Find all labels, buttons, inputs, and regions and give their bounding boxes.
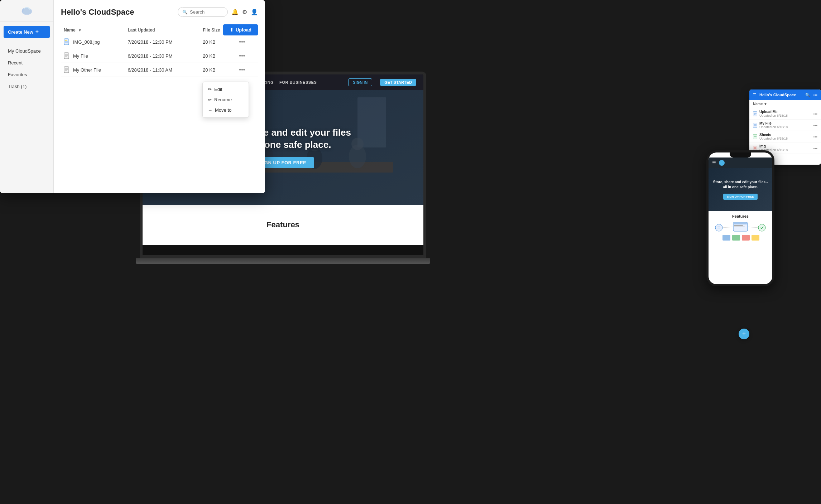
col-header-name[interactable]: Name ▼: [61, 25, 125, 35]
context-menu-rename[interactable]: ✏ Rename: [203, 94, 249, 105]
tablet-header-icons: 🔍 •••: [805, 93, 817, 97]
fab-add-button[interactable]: +: [739, 329, 749, 339]
rename-icon: ✏: [208, 97, 212, 102]
features-diagram: [711, 220, 769, 242]
sidebar-nav: My CloudSpace Recent Favorites Trash (1): [0, 42, 53, 95]
phone-features: Features: [709, 211, 772, 246]
search-box[interactable]: 🔍: [178, 7, 228, 17]
tablet-file-info: Upload Me Updated on 6/18/18: [759, 110, 811, 117]
get-started-button[interactable]: GET STARTED: [380, 79, 416, 86]
svg-rect-44: [734, 223, 747, 224]
search-input[interactable]: [190, 9, 223, 15]
tablet-file-menu-btn[interactable]: •••: [813, 112, 817, 116]
main-content-area: Hello's CloudSpace 🔍 🔔 ⚙ 👤 ⬆ Upload: [54, 0, 265, 193]
upload-icon: ⬆: [230, 27, 234, 33]
search-icon-tablet[interactable]: 🔍: [805, 93, 810, 97]
phone-nav: ☰: [709, 158, 772, 168]
svg-point-50: [758, 224, 765, 231]
sidebar-logo-area: [0, 0, 53, 21]
sidebar: Create New + My CloudSpace Recent Favori…: [0, 0, 54, 193]
svg-rect-42: [754, 147, 756, 149]
gear-icon[interactable]: ⚙: [242, 9, 247, 15]
tablet-file-info: Sheets Updated on 6/18/18: [759, 133, 811, 140]
svg-rect-54: [732, 235, 740, 241]
tablet-file-icon-blue-2: [753, 123, 757, 128]
file-menu-button[interactable]: •••: [237, 38, 247, 46]
tablet-file-menu-btn[interactable]: •••: [813, 123, 817, 127]
phone-hero-content: Store, share and edit your files - all i…: [712, 180, 769, 200]
cloud-logo-icon: [20, 4, 33, 17]
file-name-cell: My Other File: [61, 63, 125, 77]
file-size-cell: 20 KB: [200, 35, 234, 49]
context-menu-edit[interactable]: ✏ Edit: [203, 84, 249, 94]
table-row: IMG_008.jpg 7/28/2018 - 12:30 PM 20 KB •…: [61, 35, 258, 49]
phone-cta-button[interactable]: SIGN UP FOR FREE: [723, 194, 757, 200]
svg-point-6: [65, 40, 67, 41]
main-header: Hello's CloudSpace 🔍 🔔 ⚙ 👤: [61, 7, 258, 17]
phone-mockup: ☰ Store, share and edit your files - all…: [706, 150, 774, 286]
phone-hero-title: Store, share and edit your files - all i…: [712, 180, 769, 190]
tablet-file-info: My File Updated on 6/18/18: [759, 121, 811, 129]
file-name-cell: My File: [61, 49, 125, 63]
doc-file-icon-2: [64, 66, 70, 73]
header-right: 🔍 🔔 ⚙ 👤: [178, 7, 258, 17]
doc-file-icon: [64, 52, 70, 59]
svg-point-47: [715, 224, 722, 231]
tablet-file-menu-btn[interactable]: •••: [813, 135, 817, 139]
tablet-col-headers: Name ▼: [749, 100, 821, 108]
file-date-cell: 6/28/2018 - 11:30 AM: [125, 63, 200, 77]
more-icon-tablet[interactable]: •••: [813, 93, 817, 97]
tablet-file-row: My File Updated on 6/18/18 •••: [749, 120, 821, 131]
tablet-file-menu-btn[interactable]: •••: [813, 146, 817, 150]
file-menu-button[interactable]: •••: [237, 52, 247, 60]
bell-icon[interactable]: 🔔: [231, 9, 239, 15]
file-name-cell: IMG_008.jpg: [61, 35, 125, 49]
phone-screen: ☰ Store, share and edit your files - all…: [709, 152, 772, 284]
sidebar-item-my-cloudspace[interactable]: My CloudSpace: [2, 45, 51, 57]
phone-logo-icon: [719, 160, 725, 166]
tablet-header: ☰ Hello's CloudSpace 🔍 •••: [749, 89, 821, 100]
desktop-app-panel: Create New + My CloudSpace Recent Favori…: [0, 0, 265, 193]
svg-rect-55: [742, 235, 750, 241]
sidebar-item-recent[interactable]: Recent: [2, 57, 51, 68]
sidebar-item-trash[interactable]: Trash (1): [2, 81, 51, 92]
hamburger-icon: ☰: [753, 93, 757, 97]
create-new-label: Create New: [8, 29, 33, 35]
svg-rect-45: [734, 225, 743, 226]
tablet-file-icon-red: [753, 146, 757, 151]
file-menu-button-active[interactable]: •••: [237, 66, 247, 74]
sign-in-button[interactable]: SIGN IN: [348, 78, 372, 86]
svg-rect-5: [65, 41, 68, 43]
user-icon[interactable]: 👤: [251, 9, 258, 15]
upload-button[interactable]: ⬆ Upload: [223, 24, 258, 35]
phone-hamburger-icon[interactable]: ☰: [712, 160, 716, 165]
sidebar-item-favorites[interactable]: Favorites: [2, 69, 51, 80]
features-section: Features: [143, 205, 423, 245]
svg-rect-56: [752, 235, 759, 241]
tablet-file-icon-blue: [753, 111, 757, 116]
col-header-last-updated[interactable]: Last Updated: [125, 25, 200, 35]
svg-rect-53: [722, 235, 730, 241]
sort-icon: ▼: [78, 28, 82, 32]
phone-features-title: Features: [711, 214, 769, 218]
tablet-col-name: Name ▼: [753, 102, 817, 106]
file-size-cell: 20 KB: [200, 49, 234, 63]
tablet-title: Hello's CloudSpace: [759, 93, 802, 97]
nav-businesses[interactable]: FOR BUSINESSES: [279, 80, 317, 84]
create-new-button[interactable]: Create New +: [4, 26, 50, 38]
phone-hero: Store, share and edit your files - all i…: [709, 168, 772, 211]
upload-label: Upload: [236, 27, 251, 33]
features-title: Features: [267, 220, 299, 229]
svg-rect-46: [734, 227, 745, 227]
plus-icon-fab: +: [742, 330, 746, 338]
file-date-cell: 6/28/2018 - 12:30 PM: [125, 49, 200, 63]
page-title: Hello's CloudSpace: [61, 8, 134, 17]
tablet-file-icon-green: [753, 134, 757, 139]
image-file-icon: [64, 38, 70, 45]
edit-icon: ✏: [208, 87, 212, 92]
context-menu-move-to[interactable]: → Move to: [203, 105, 249, 115]
header-icons: 🔔 ⚙ 👤: [231, 9, 258, 15]
table-row: My Other File 6/28/2018 - 11:30 AM 20 KB…: [61, 63, 258, 77]
search-icon: 🔍: [182, 10, 188, 15]
file-size-cell: 20 KB: [200, 63, 234, 77]
